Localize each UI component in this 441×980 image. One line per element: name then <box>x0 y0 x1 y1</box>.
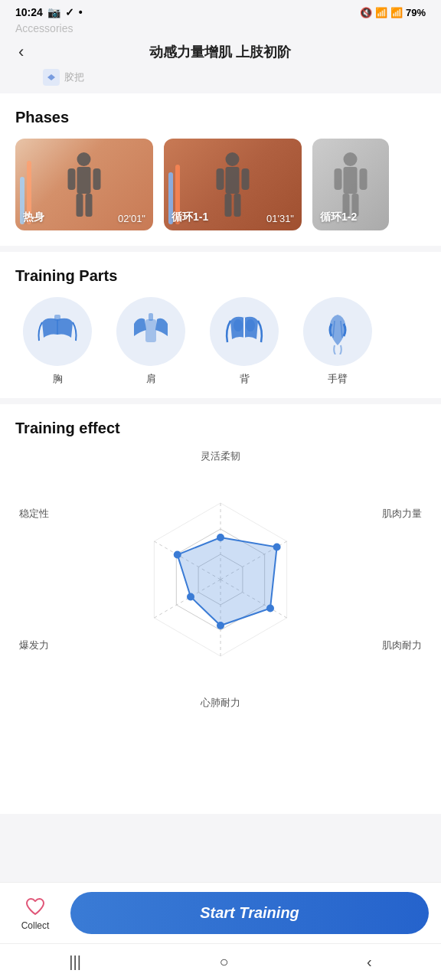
training-effect-section: Training effect 灵活柔韧 稳定性 肌肉力量 爆发力 肌肉耐力 心… <box>0 404 441 722</box>
start-training-label: Start Training <box>200 904 299 921</box>
radar-label-muscle-endurance: 肌肉耐力 <box>382 639 422 652</box>
sub-header: 胶把 <box>0 67 441 93</box>
status-camera-icon: 📷 <box>47 6 60 18</box>
collect-heart-icon <box>24 896 46 917</box>
svg-rect-2 <box>68 168 76 190</box>
status-check-icon: ✓ <box>65 6 74 18</box>
person-svg-1 <box>64 152 106 224</box>
radar-label-cardio: 心肺耐力 <box>201 696 240 710</box>
part-label-arm: 手臂 <box>328 372 348 386</box>
phases-section: Phases <box>0 93 441 246</box>
divider-1 <box>0 246 441 252</box>
svg-rect-3 <box>93 168 101 190</box>
status-time: 10:24 <box>15 6 43 18</box>
nav-back-icon: ‹ <box>367 953 372 971</box>
svg-rect-15 <box>360 168 368 190</box>
accessory-icon <box>43 69 60 86</box>
svg-rect-20 <box>145 319 156 342</box>
back-icon <box>221 309 267 354</box>
svg-point-41 <box>187 593 194 601</box>
nav-menu-button[interactable]: ||| <box>54 947 96 977</box>
svg-rect-5 <box>86 194 93 217</box>
radar-label-explosive: 爆发力 <box>19 639 49 652</box>
radar-svg: .radar-grid { stroke: #ccc; stroke-width… <box>106 480 335 679</box>
svg-point-6 <box>226 152 240 166</box>
training-parts-title: Training Parts <box>15 267 426 285</box>
nav-home-icon: ○ <box>219 953 228 971</box>
phases-title: Phases <box>15 109 426 126</box>
part-label-shoulder: 肩 <box>146 372 156 386</box>
radar-label-stability: 稳定性 <box>19 507 49 521</box>
phase-time-2: 01'31" <box>266 213 294 224</box>
part-circle-shoulder <box>116 297 185 366</box>
svg-point-37 <box>217 534 224 541</box>
nav-menu-icon: ||| <box>69 953 81 971</box>
bottom-padding <box>0 722 441 814</box>
chest-icon <box>34 309 80 354</box>
start-training-button[interactable]: Start Training <box>70 892 429 934</box>
svg-rect-11 <box>234 194 241 217</box>
part-circle-arm <box>303 297 372 366</box>
radar-chart-container: 灵活柔韧 稳定性 肌肉力量 爆发力 肌肉耐力 心肺耐力 .radar-grid … <box>15 449 426 710</box>
status-wifi-icon: 📶 <box>375 7 387 18</box>
phase-card-2[interactable]: 循环1-1 01'31" <box>164 139 302 230</box>
status-dot: • <box>79 6 83 18</box>
svg-marker-36 <box>178 537 277 626</box>
back-button[interactable]: ‹ <box>12 39 30 65</box>
svg-rect-21 <box>149 313 153 321</box>
header: ‹ 动感力量增肌 上肢初阶 <box>0 35 441 67</box>
page-title: 动感力量增肌 上肢初阶 <box>149 43 291 61</box>
phase-card-1[interactable]: 热身 02'01" <box>15 139 153 230</box>
svg-rect-8 <box>217 168 224 190</box>
status-mute-icon: 🔇 <box>360 7 372 18</box>
phase-label-1: 热身 <box>23 211 44 224</box>
svg-rect-9 <box>242 168 250 190</box>
shoulder-icon <box>128 309 174 354</box>
status-signal-icon: 📶 <box>390 7 403 18</box>
svg-rect-4 <box>77 194 83 217</box>
collect-button[interactable]: Collect <box>12 896 58 931</box>
training-effect-title: Training effect <box>15 420 426 437</box>
accessories-label: Accessories <box>15 22 73 34</box>
svg-rect-19 <box>54 315 60 321</box>
main-content: Phases <box>0 93 441 814</box>
svg-point-39 <box>266 605 274 612</box>
svg-point-42 <box>174 551 181 559</box>
collect-label: Collect <box>21 920 50 931</box>
training-parts-section: Training Parts 胸 <box>0 252 441 398</box>
accessory-label: 胶把 <box>64 70 84 84</box>
svg-point-0 <box>77 152 91 166</box>
nav-back-button[interactable]: ‹ <box>351 947 387 977</box>
svg-point-38 <box>273 544 281 551</box>
part-circle-back <box>210 297 279 366</box>
svg-rect-13 <box>344 167 358 194</box>
svg-rect-7 <box>226 167 240 194</box>
part-chest: 胸 <box>15 297 100 386</box>
svg-point-12 <box>344 152 358 166</box>
part-back: 背 <box>202 297 286 386</box>
radar-label-muscle-strength: 肌肉力量 <box>382 507 422 521</box>
part-label-chest: 胸 <box>53 372 63 386</box>
phase-card-3[interactable]: 循环1-2 <box>312 139 389 230</box>
radar-label-top: 灵活柔韧 <box>201 449 240 463</box>
person-svg-2 <box>212 152 254 224</box>
status-battery: 79% <box>406 7 426 18</box>
part-arm: 手臂 <box>296 297 380 386</box>
phase-label-2: 循环1-1 <box>172 211 208 224</box>
svg-rect-10 <box>225 194 232 217</box>
part-label-back: 背 <box>240 372 250 386</box>
svg-rect-1 <box>77 167 91 194</box>
arm-icon <box>315 309 361 354</box>
part-shoulder: 肩 <box>109 297 193 386</box>
part-circle-chest <box>23 297 92 366</box>
phases-scroll[interactable]: 热身 02'01" <box>15 139 426 234</box>
divider-2 <box>0 398 441 404</box>
svg-point-23 <box>234 319 243 332</box>
svg-rect-14 <box>335 168 342 190</box>
nav-home-button[interactable]: ○ <box>204 947 243 977</box>
phase-time-1: 02'01" <box>118 213 145 224</box>
parts-grid: 胸 肩 <box>15 297 426 386</box>
svg-point-40 <box>217 622 224 629</box>
phase-label-3: 循环1-2 <box>320 211 357 224</box>
status-bar: 10:24 📷 ✓ • 🔇 📶 📶 79% <box>0 0 441 21</box>
